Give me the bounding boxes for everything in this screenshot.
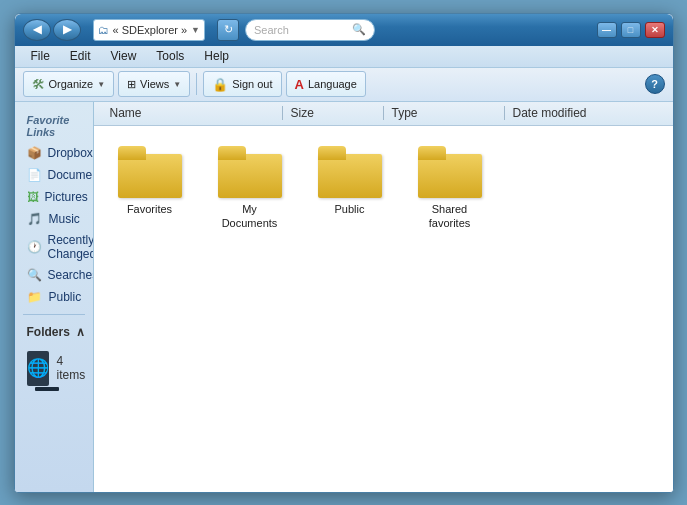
- sidebar-item-recently-changed[interactable]: 🕐 Recently Changed: [15, 230, 93, 264]
- sidebar-item-label-recently-changed: Recently Changed: [48, 233, 94, 261]
- minimize-button[interactable]: —: [597, 22, 617, 38]
- organize-button[interactable]: 🛠 Organize ▼: [23, 71, 115, 97]
- sidebar-item-label-searches: Searches: [48, 268, 94, 282]
- menu-file[interactable]: File: [23, 47, 58, 65]
- folder-icon-sharedfavorites: [418, 146, 482, 198]
- language-label: Language: [308, 78, 357, 90]
- title-bar-left: ◀ ▶ 🗂 « SDExplorer » ▼ ↻ Search 🔍: [23, 19, 376, 41]
- search-placeholder: Search: [254, 24, 289, 36]
- menu-tools[interactable]: Tools: [148, 47, 192, 65]
- music-icon: 🎵: [27, 211, 43, 227]
- computer-icon: 🌐: [27, 351, 49, 386]
- dropbox-icon: 📦: [27, 145, 42, 161]
- folder-icon-favorites: [118, 146, 182, 198]
- documents-icon: 📄: [27, 167, 42, 183]
- pictures-icon: 🖼: [27, 189, 39, 205]
- title-bar: ◀ ▶ 🗂 « SDExplorer » ▼ ↻ Search 🔍 — □ ✕: [15, 14, 673, 46]
- organize-icon: 🛠: [32, 77, 45, 92]
- column-headers: Name Size Type Date modified: [94, 102, 673, 126]
- sidebar-item-searches[interactable]: 🔍 Searches: [15, 264, 93, 286]
- public-icon: 📁: [27, 289, 43, 305]
- organize-label: Organize: [49, 78, 94, 90]
- nav-buttons: ◀ ▶: [23, 19, 81, 41]
- file-label-public: Public: [335, 202, 365, 216]
- sidebar-item-label-dropbox: Dropbox: [48, 146, 93, 160]
- views-icon: ⊞: [127, 78, 136, 91]
- recently-changed-icon: 🕐: [27, 239, 42, 255]
- file-area: Name Size Type Date modified Favorites M…: [94, 102, 673, 492]
- sidebar-item-dropbox[interactable]: 📦 Dropbox: [15, 142, 93, 164]
- language-icon: A: [295, 77, 304, 92]
- language-button[interactable]: A Language: [286, 71, 366, 97]
- close-button[interactable]: ✕: [645, 22, 665, 38]
- views-button[interactable]: ⊞ Views ▼: [118, 71, 190, 97]
- main-content: Favorite Links 📦 Dropbox 📄 Documents 🖼 P…: [15, 102, 673, 492]
- refresh-button[interactable]: ↻: [217, 19, 239, 41]
- sidebar-item-pictures[interactable]: 🖼 Pictures: [15, 186, 93, 208]
- maximize-button[interactable]: □: [621, 22, 641, 38]
- sidebar-item-label-documents: Documents: [48, 168, 94, 182]
- forward-button[interactable]: ▶: [53, 19, 81, 41]
- main-window: ◀ ▶ 🗂 « SDExplorer » ▼ ↻ Search 🔍 — □ ✕ …: [14, 13, 674, 493]
- address-text: « SDExplorer »: [113, 24, 188, 36]
- favorite-links-title: Favorite Links: [15, 110, 93, 142]
- computer-screen: 🌐: [27, 357, 49, 379]
- items-count: 4 items: [57, 354, 86, 382]
- sidebar-item-documents[interactable]: 📄 Documents: [15, 164, 93, 186]
- col-header-date[interactable]: Date modified: [505, 102, 665, 125]
- sidebar-item-label-public: Public: [49, 290, 82, 304]
- file-item-mydocuments[interactable]: MyDocuments: [210, 142, 290, 235]
- address-bar-icon: 🗂: [98, 24, 109, 36]
- menu-bar: File Edit View Tools Help: [15, 46, 673, 68]
- menu-help[interactable]: Help: [196, 47, 237, 65]
- col-header-type[interactable]: Type: [384, 102, 504, 125]
- organize-arrow: ▼: [97, 80, 105, 89]
- address-bar[interactable]: 🗂 « SDExplorer » ▼: [93, 19, 206, 41]
- signout-icon: 🔒: [212, 77, 228, 92]
- window-controls: — □ ✕: [597, 22, 665, 38]
- folders-arrow: ∧: [76, 325, 85, 339]
- back-button[interactable]: ◀: [23, 19, 51, 41]
- sidebar-bottom: 🌐 4 items: [15, 343, 93, 394]
- file-label-sharedfavorites: Sharedfavorites: [429, 202, 471, 231]
- search-bar[interactable]: Search 🔍: [245, 19, 375, 41]
- file-item-public[interactable]: Public: [310, 142, 390, 235]
- menu-edit[interactable]: Edit: [62, 47, 99, 65]
- signout-button[interactable]: 🔒 Sign out: [203, 71, 281, 97]
- sidebar-divider: [23, 314, 85, 315]
- views-arrow: ▼: [173, 80, 181, 89]
- folders-label: Folders: [27, 325, 70, 339]
- files-grid: Favorites MyDocuments Public Sharedfavor…: [94, 126, 673, 492]
- folders-header[interactable]: Folders ∧: [15, 321, 93, 343]
- file-label-favorites: Favorites: [127, 202, 172, 216]
- views-label: Views: [140, 78, 169, 90]
- menu-view[interactable]: View: [103, 47, 145, 65]
- col-header-size[interactable]: Size: [283, 102, 383, 125]
- toolbar: 🛠 Organize ▼ ⊞ Views ▼ 🔒 Sign out A Lang…: [15, 68, 673, 102]
- help-button[interactable]: ?: [645, 74, 665, 94]
- sidebar-item-label-music: Music: [49, 212, 80, 226]
- signout-label: Sign out: [232, 78, 272, 90]
- file-item-sharedfavorites[interactable]: Sharedfavorites: [410, 142, 490, 235]
- sidebar: Favorite Links 📦 Dropbox 📄 Documents 🖼 P…: [15, 102, 94, 492]
- folder-icon-mydocuments: [218, 146, 282, 198]
- sidebar-item-music[interactable]: 🎵 Music: [15, 208, 93, 230]
- sidebar-item-label-pictures: Pictures: [45, 190, 88, 204]
- folder-icon-public: [318, 146, 382, 198]
- file-item-favorites[interactable]: Favorites: [110, 142, 190, 235]
- file-label-mydocuments: MyDocuments: [222, 202, 278, 231]
- col-header-name[interactable]: Name: [102, 102, 282, 125]
- address-dropdown-arrow[interactable]: ▼: [191, 25, 200, 35]
- sidebar-item-public[interactable]: 📁 Public: [15, 286, 93, 308]
- toolbar-separator-1: [196, 73, 197, 95]
- searches-icon: 🔍: [27, 267, 42, 283]
- search-icon: 🔍: [352, 23, 366, 36]
